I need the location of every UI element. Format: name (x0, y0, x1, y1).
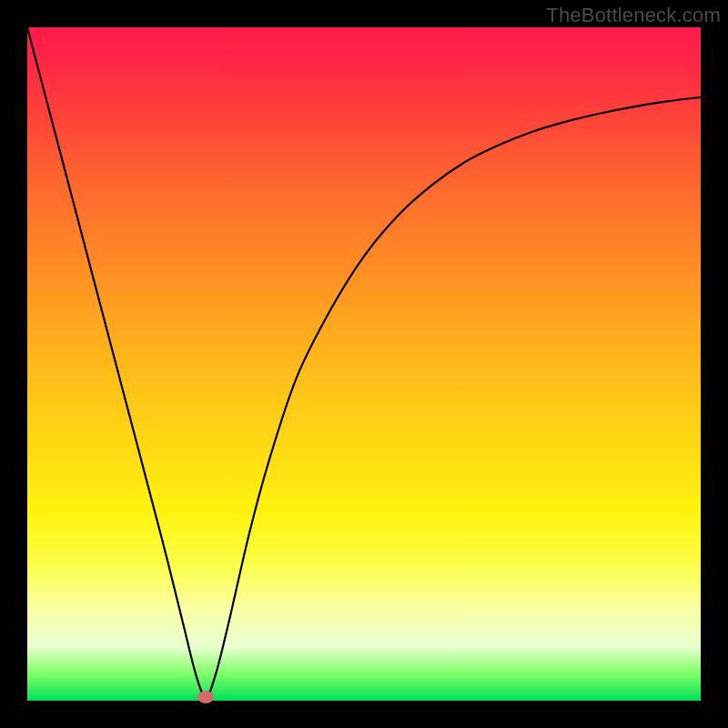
curve-path (27, 27, 701, 697)
bottleneck-curve (27, 27, 701, 701)
minimum-marker (197, 691, 214, 703)
watermark-text: TheBottleneck.com (546, 4, 721, 27)
chart-frame: TheBottleneck.com (0, 0, 728, 728)
plot-area (27, 27, 701, 701)
